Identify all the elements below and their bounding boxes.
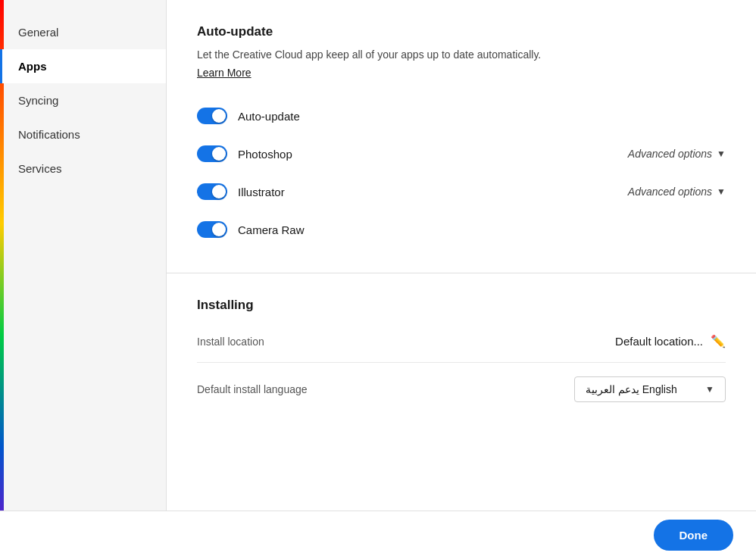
auto-update-toggle[interactable] (197, 108, 227, 124)
toggle-row-camera-raw: Camera Raw (197, 211, 726, 248)
install-location-value-container: Default location... ✏️ (615, 334, 726, 348)
illustrator-label: Illustrator (238, 186, 628, 198)
auto-update-label: Auto-update (238, 110, 726, 123)
sidebar-item-label: Notifications (18, 128, 80, 141)
sidebar-item-services[interactable]: Services (0, 151, 166, 186)
default-language-label: Default install language (197, 383, 574, 395)
chevron-down-icon: ▼ (717, 148, 726, 159)
auto-update-description: Let the Creative Cloud app keep all of y… (197, 47, 726, 63)
sidebar-item-general[interactable]: General (0, 15, 166, 49)
auto-update-section: Auto-update Let the Creative Cloud app k… (167, 0, 756, 273)
sidebar-item-notifications[interactable]: Notifications (0, 117, 166, 151)
learn-more-link[interactable]: Learn More (197, 67, 251, 79)
edit-icon[interactable]: ✏️ (711, 334, 726, 348)
language-dropdown[interactable]: يدعم العربية English ▼ (574, 376, 726, 402)
app-window: General Apps Syncing Notifications Servi… (0, 0, 756, 559)
install-location-label: Install location (197, 336, 615, 348)
install-location-value: Default location... (615, 335, 703, 348)
photoshop-label: Photoshop (238, 148, 628, 161)
sidebar: General Apps Syncing Notifications Servi… (0, 0, 167, 559)
sidebar-item-label: Apps (18, 60, 47, 73)
done-button[interactable]: Done (654, 520, 734, 551)
installing-title: Installing (197, 298, 726, 313)
auto-update-title: Auto-update (197, 24, 726, 39)
toggle-row-photoshop: Photoshop Advanced options ▼ (197, 135, 726, 173)
advanced-options-label: Advanced options (628, 148, 712, 160)
camera-raw-label: Camera Raw (238, 223, 726, 236)
dropdown-chevron-icon: ▼ (705, 384, 714, 395)
default-language-row: Default install language يدعم العربية En… (197, 363, 726, 416)
sidebar-item-apps[interactable]: Apps (0, 49, 166, 83)
sidebar-item-label: Services (18, 162, 62, 175)
sidebar-item-label: Syncing (18, 94, 58, 107)
language-dropdown-value: يدعم العربية English (586, 383, 698, 395)
advanced-options-label: Advanced options (628, 186, 712, 198)
toggle-row-auto-update: Auto-update (197, 97, 726, 135)
camera-raw-toggle[interactable] (197, 221, 227, 238)
sidebar-item-label: General (18, 26, 58, 39)
bottom-bar: Done (0, 511, 756, 559)
install-location-row: Install location Default location... ✏️ (197, 320, 726, 363)
installing-section: Installing Install location Default loca… (167, 273, 756, 440)
toggle-row-illustrator: Illustrator Advanced options ▼ (197, 173, 726, 211)
photoshop-toggle[interactable] (197, 145, 227, 162)
chevron-down-icon: ▼ (717, 186, 726, 197)
illustrator-toggle[interactable] (197, 183, 227, 200)
photoshop-advanced-options[interactable]: Advanced options ▼ (628, 148, 726, 160)
sidebar-item-syncing[interactable]: Syncing (0, 83, 166, 117)
illustrator-advanced-options[interactable]: Advanced options ▼ (628, 186, 726, 198)
main-content: Auto-update Let the Creative Cloud app k… (167, 0, 756, 559)
